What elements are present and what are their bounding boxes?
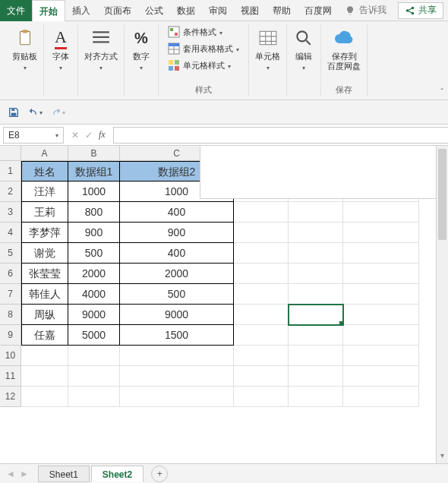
- cell[interactable]: 汪洋: [21, 182, 68, 202]
- cell[interactable]: [68, 387, 120, 407]
- cell[interactable]: [234, 223, 289, 243]
- tab-home[interactable]: 开始: [32, 0, 65, 21]
- formula-input[interactable]: [113, 127, 448, 144]
- tab-formulas[interactable]: 公式: [138, 0, 170, 21]
- cell[interactable]: 9000: [68, 305, 120, 325]
- cell[interactable]: [234, 325, 289, 346]
- cell[interactable]: 900: [120, 223, 234, 243]
- cell[interactable]: [343, 223, 419, 243]
- cell[interactable]: [289, 325, 343, 346]
- row-header[interactable]: 2: [0, 182, 21, 202]
- save-to-baidu-button[interactable]: 保存到百度网盘: [327, 24, 361, 71]
- cell[interactable]: [343, 243, 419, 264]
- row-header[interactable]: 5: [0, 243, 21, 264]
- number-button[interactable]: % 数字▾: [131, 24, 152, 73]
- cell[interactable]: [120, 387, 234, 407]
- cell[interactable]: [289, 346, 343, 366]
- select-all-corner[interactable]: [0, 146, 21, 161]
- add-sheet-button[interactable]: +: [151, 466, 168, 482]
- tab-baidu[interactable]: 百度网: [298, 0, 339, 21]
- row-header[interactable]: 1: [0, 161, 21, 182]
- conditional-format-button[interactable]: 条件格式▾: [165, 24, 242, 39]
- cell[interactable]: [289, 366, 343, 387]
- sheet-next-button[interactable]: ►: [20, 469, 29, 479]
- cells-button[interactable]: 单元格▾: [255, 24, 280, 73]
- font-button[interactable]: A 字体▾: [50, 24, 71, 73]
- cell[interactable]: 400: [120, 243, 234, 264]
- cell[interactable]: [343, 305, 419, 325]
- cell[interactable]: 900: [68, 223, 120, 243]
- share-button[interactable]: 共享: [398, 2, 443, 19]
- tab-insert[interactable]: 插入: [65, 0, 97, 21]
- save-button[interactable]: [8, 106, 20, 118]
- cell[interactable]: [343, 346, 419, 366]
- row-header[interactable]: 7: [0, 284, 21, 305]
- row-header[interactable]: 10: [0, 346, 21, 366]
- cell[interactable]: [234, 264, 289, 284]
- enter-formula-button[interactable]: ✓: [85, 130, 93, 140]
- tab-review[interactable]: 审阅: [202, 0, 234, 21]
- cell[interactable]: [120, 366, 234, 387]
- cell[interactable]: 9000: [120, 305, 234, 325]
- cell[interactable]: 1000: [68, 182, 120, 202]
- tab-page-layout[interactable]: 页面布: [97, 0, 138, 21]
- sheet-tab-2[interactable]: Sheet2: [91, 466, 144, 482]
- cell[interactable]: 谢觉: [21, 243, 68, 264]
- cell[interactable]: [289, 387, 343, 407]
- cell[interactable]: [68, 366, 120, 387]
- cell[interactable]: 任嘉: [21, 325, 68, 346]
- cell[interactable]: [289, 264, 343, 284]
- cell[interactable]: [21, 366, 68, 387]
- cell[interactable]: [289, 202, 343, 223]
- cell[interactable]: [289, 243, 343, 264]
- redo-button[interactable]: ▾: [50, 106, 65, 118]
- cell[interactable]: 500: [68, 243, 120, 264]
- alignment-button[interactable]: 对齐方式▾: [84, 24, 118, 73]
- cell[interactable]: [234, 305, 289, 325]
- cell[interactable]: [343, 264, 419, 284]
- scrollbar-thumb[interactable]: [438, 149, 446, 240]
- cell[interactable]: 王莉: [21, 202, 68, 223]
- cell[interactable]: [289, 223, 343, 243]
- tab-help[interactable]: 帮助: [266, 0, 298, 21]
- cell[interactable]: 500: [120, 284, 234, 305]
- editing-button[interactable]: 编辑▾: [293, 24, 314, 73]
- cell[interactable]: [234, 243, 289, 264]
- cell[interactable]: [234, 346, 289, 366]
- cell-styles-button[interactable]: 单元格样式▾: [165, 58, 242, 73]
- scroll-down-arrow[interactable]: ▾: [437, 451, 448, 463]
- paste-button[interactable]: 剪贴板▾: [12, 24, 37, 73]
- cell[interactable]: [343, 366, 419, 387]
- row-header[interactable]: 12: [0, 387, 21, 407]
- fx-button[interactable]: fx: [99, 129, 106, 140]
- cell[interactable]: 400: [120, 202, 234, 223]
- cell[interactable]: 800: [68, 202, 120, 223]
- sheet-prev-button[interactable]: ◄: [6, 469, 15, 479]
- row-header[interactable]: 4: [0, 223, 21, 243]
- cell[interactable]: 2000: [120, 264, 234, 284]
- cell[interactable]: [234, 202, 289, 223]
- cell[interactable]: [234, 284, 289, 305]
- row-header[interactable]: 6: [0, 264, 21, 284]
- sheet-tab-1[interactable]: Sheet1: [38, 466, 90, 482]
- row-header[interactable]: 9: [0, 325, 21, 346]
- cell[interactable]: [234, 366, 289, 387]
- cell[interactable]: [289, 305, 343, 325]
- undo-button[interactable]: ▾: [27, 106, 43, 118]
- cell[interactable]: [68, 346, 120, 366]
- column-header[interactable]: A: [21, 146, 68, 161]
- cell[interactable]: 周纵: [21, 305, 68, 325]
- row-header[interactable]: 11: [0, 366, 21, 387]
- cell[interactable]: 数据组1: [68, 161, 120, 182]
- cell[interactable]: [21, 387, 68, 407]
- cell[interactable]: 2000: [68, 264, 120, 284]
- cell[interactable]: 韩佳人: [21, 284, 68, 305]
- tab-view[interactable]: 视图: [234, 0, 266, 21]
- cell[interactable]: [289, 284, 343, 305]
- cancel-formula-button[interactable]: ✕: [71, 130, 79, 140]
- cell[interactable]: [120, 346, 234, 366]
- row-header[interactable]: 8: [0, 305, 21, 325]
- cell[interactable]: [21, 346, 68, 366]
- name-box[interactable]: E8 ▾: [3, 127, 64, 144]
- column-header[interactable]: B: [68, 146, 120, 161]
